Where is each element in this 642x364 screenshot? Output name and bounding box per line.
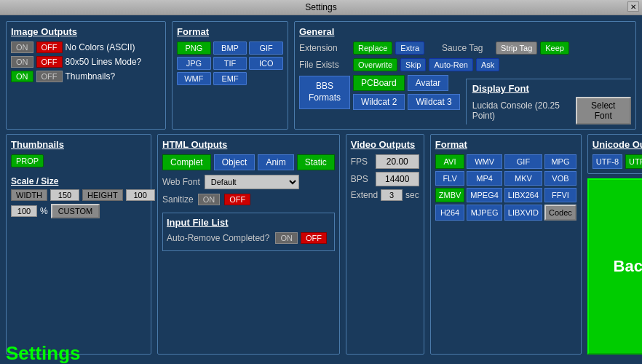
utf8-btn[interactable]: UTF-8 xyxy=(593,154,622,169)
bps-row: BPS 14400 xyxy=(351,172,419,186)
back-btn[interactable]: Back xyxy=(587,178,642,355)
settings-label: Settings xyxy=(6,342,81,364)
html-outputs-title: HTML Outputs xyxy=(162,139,335,150)
format-panel: Format PNG BMP GIF JPG TIF ICO WMF EMF xyxy=(172,21,288,130)
complet-btn[interactable]: Complet xyxy=(162,154,211,170)
video-format-panel: Format AVI WMV GIF MPG FLV MP4 MKV VOB Z… xyxy=(430,134,582,355)
vfmt-vob[interactable]: VOB xyxy=(544,171,576,186)
pcboard-btn[interactable]: PCBoard xyxy=(353,75,405,91)
ask-btn[interactable]: Ask xyxy=(476,58,499,71)
overwrite-btn[interactable]: Overwrite xyxy=(353,58,397,71)
bottom-row: Thumbnails PROP Scale / Size WIDTH HEIGH… xyxy=(6,134,636,355)
fps-value: 20.00 xyxy=(376,154,419,169)
no-colors-on-btn[interactable]: ON xyxy=(11,41,33,53)
width-input[interactable] xyxy=(50,189,79,201)
pct-symbol: % xyxy=(40,206,48,216)
bbs-formats-btn[interactable]: BBS Formats xyxy=(299,76,350,108)
extra-btn[interactable]: Extra xyxy=(395,41,424,55)
vfmt-avi[interactable]: AVI xyxy=(435,154,465,169)
vfmt-wmv[interactable]: WMV xyxy=(467,154,502,169)
vfmt-flv[interactable]: FLV xyxy=(435,171,465,186)
vfmt-ffvi[interactable]: FFVI xyxy=(544,188,576,202)
input-file-title: Input File List xyxy=(167,217,330,228)
keep-btn[interactable]: Keep xyxy=(540,41,569,55)
prop-btn[interactable]: PROP xyxy=(11,154,44,167)
skip-btn[interactable]: Skip xyxy=(400,58,426,71)
vfmt-mp4[interactable]: MP4 xyxy=(467,171,502,186)
vfmt-gif[interactable]: GIF xyxy=(504,154,542,169)
pct-row: % CUSTOM xyxy=(11,204,146,218)
input-file-list-panel: Input File List Auto-Remove Completed? O… xyxy=(162,213,335,251)
fmt-png-btn[interactable]: PNG xyxy=(177,41,211,55)
utf16-btn[interactable]: UTF-16 xyxy=(625,154,642,169)
input-off-btn[interactable]: OFF xyxy=(301,232,327,244)
object-btn[interactable]: Object xyxy=(214,154,255,170)
fmt-ico-btn[interactable]: ICO xyxy=(249,57,283,70)
image-outputs-panel: Image Outputs ON OFF No Colors (ASCII) O… xyxy=(6,21,166,130)
vfmt-libx264[interactable]: LIBX264 xyxy=(504,188,542,202)
avatar-btn[interactable]: Avatar xyxy=(408,75,448,91)
auto-ren-btn[interactable]: Auto-Ren xyxy=(429,58,472,71)
fps-label: FPS xyxy=(351,157,371,167)
format-title: Format xyxy=(177,26,283,37)
no-colors-off-btn[interactable]: OFF xyxy=(36,41,63,53)
select-font-btn[interactable]: Select Font xyxy=(576,97,631,124)
anim-btn[interactable]: Anim xyxy=(258,154,293,170)
auto-remove-row: Auto-Remove Completed? ON OFF xyxy=(167,232,330,244)
display-font-area: Display Font Lucida Console (20.25 Point… xyxy=(466,79,631,124)
file-exists-label: File Exists xyxy=(299,60,350,70)
sanitize-on-btn[interactable]: ON xyxy=(198,194,221,205)
vfmt-mkv[interactable]: MKV xyxy=(504,171,542,186)
web-font-label: Web Font xyxy=(162,177,200,187)
general-panel: General Extension Replace Extra Sauce Ta… xyxy=(294,21,636,130)
back-area: Back xyxy=(587,178,642,355)
video-outputs-title: Video Outputs xyxy=(351,139,419,150)
height-input[interactable] xyxy=(126,189,155,201)
extension-row: Extension Replace Extra Sauce Tag Strip … xyxy=(299,41,631,55)
lines-off-btn[interactable]: OFF xyxy=(36,56,63,68)
thumbnails-on-btn[interactable]: ON xyxy=(11,71,33,82)
fmt-bmp-btn[interactable]: BMP xyxy=(213,41,247,55)
sanitize-off-btn[interactable]: OFF xyxy=(224,194,250,205)
fmt-gif-btn[interactable]: GIF xyxy=(249,41,283,55)
extension-label: Extension xyxy=(299,43,350,53)
extend-input[interactable] xyxy=(381,189,403,201)
thumbnails-label: Thumbnails? xyxy=(66,71,116,82)
fmt-jpg-btn[interactable]: JPG xyxy=(177,57,211,70)
vfmt-mjpeg[interactable]: MJPEG xyxy=(467,205,502,221)
vfmt-mpeg4[interactable]: MPEG4 xyxy=(467,188,502,202)
strip-tag-btn[interactable]: Strip Tag xyxy=(496,41,537,55)
file-exists-row: File Exists Overwrite Skip Auto-Ren Ask xyxy=(299,58,631,71)
general-title: General xyxy=(299,26,631,37)
lines-on-btn[interactable]: ON xyxy=(11,56,33,68)
vfmt-zmbv[interactable]: ZMBV xyxy=(435,188,465,202)
pct-input[interactable] xyxy=(11,205,37,217)
custom-btn[interactable]: CUSTOM xyxy=(51,204,100,218)
input-on-btn[interactable]: ON xyxy=(275,232,298,244)
fps-row: FPS 20.00 xyxy=(351,154,419,169)
wildcat2-btn[interactable]: Wildcat 2 xyxy=(353,94,405,110)
fmt-wmf-btn[interactable]: WMF xyxy=(177,72,211,85)
static-btn[interactable]: Static xyxy=(297,154,335,170)
no-colors-label: No Colors (ASCII) xyxy=(66,42,135,52)
replace-btn[interactable]: Replace xyxy=(353,41,392,55)
thumbnails-off-btn[interactable]: OFF xyxy=(36,71,63,82)
video-format-title: Format xyxy=(435,139,576,150)
main-content: Image Outputs ON OFF No Colors (ASCII) O… xyxy=(0,15,642,364)
thumbnails-toggle-row: ON OFF Thumbnails? xyxy=(11,71,161,82)
bbs-formats-area: BBS Formats PCBoard Avatar Wildcat 2 Wil… xyxy=(299,75,460,124)
height-label: HEIGHT xyxy=(82,189,123,201)
vfmt-libxvid[interactable]: LIBXVID xyxy=(504,205,542,221)
fmt-tif-btn[interactable]: TIF xyxy=(213,57,247,70)
vfmt-mpg[interactable]: MPG xyxy=(544,154,576,169)
wh-row: WIDTH HEIGHT xyxy=(11,189,146,201)
scale-title: Scale / Size xyxy=(11,176,146,186)
vfmt-codec[interactable]: Codec xyxy=(544,205,576,221)
extend-sec: sec xyxy=(405,190,419,200)
web-font-select[interactable]: Default xyxy=(205,175,299,189)
bbs-formats-row: BBS Formats PCBoard Avatar Wildcat 2 Wil… xyxy=(299,75,460,110)
vfmt-h264[interactable]: H264 xyxy=(435,205,465,221)
wildcat3-btn[interactable]: Wildcat 3 xyxy=(408,94,459,110)
fmt-emf-btn[interactable]: EMF xyxy=(213,72,247,85)
close-button[interactable]: ✕ xyxy=(627,1,639,12)
